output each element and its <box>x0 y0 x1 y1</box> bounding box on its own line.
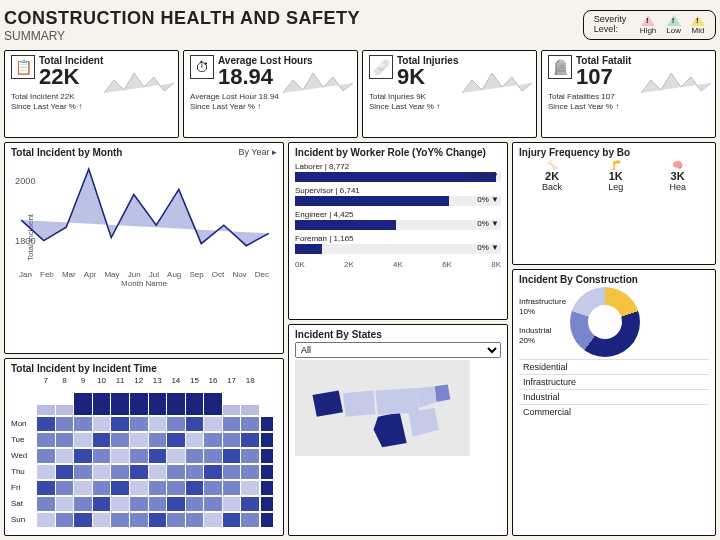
alert-icon <box>641 15 655 26</box>
severity-low: Low <box>666 15 681 35</box>
kpi-icon: 🩹 <box>369 55 393 79</box>
body-icon: 🧠 <box>672 160 683 170</box>
donut-chart <box>570 287 640 357</box>
kpi-icon: ⏱ <box>190 55 214 79</box>
kpi-icon: 📋 <box>11 55 35 79</box>
us-map[interactable] <box>295 360 470 456</box>
severity-mid: Mid <box>691 15 705 35</box>
by-year-toggle[interactable]: By Year ▸ <box>238 147 277 157</box>
kpi-card[interactable]: 📋 Total Incident 22K Total Incident 22KS… <box>4 50 179 138</box>
page-subtitle: SUMMARY <box>4 29 360 43</box>
body-part[interactable]: 🦵1KLeg <box>608 160 623 192</box>
svg-text:1800: 1800 <box>15 236 35 246</box>
body-part[interactable]: 🦴2KBack <box>542 160 562 192</box>
body-part-chart[interactable]: Injury Frequency by Bo 🦴2KBack🦵1KLeg🧠3KH… <box>512 142 716 265</box>
list-item[interactable]: Residential <box>519 359 709 374</box>
body-icon: 🦵 <box>610 160 621 170</box>
body-part[interactable]: 🧠3KHea <box>669 160 686 192</box>
sparkline <box>104 65 174 99</box>
list-item[interactable]: Infrastructure <box>519 374 709 389</box>
kpi-card[interactable]: 🪦 Total Fatalit 107 Total Fatalities 107… <box>541 50 716 138</box>
sparkline <box>462 65 532 99</box>
sparkline <box>283 65 353 99</box>
construction-type-chart[interactable]: Incident By Construction Infrastructure1… <box>512 269 716 536</box>
alert-icon <box>667 15 681 26</box>
page-title: CONSTRUCTION HEALTH AND SAFETY <box>4 8 360 29</box>
kpi-card[interactable]: ⏱ Average Lost Hours 18.94 Average Lost … <box>183 50 358 138</box>
severity-legend: Severity Level: High Low Mid <box>583 10 716 40</box>
role-bar[interactable]: Foreman | 1,165 0% ▼ <box>295 234 501 254</box>
state-filter-select[interactable]: All <box>295 342 501 358</box>
monthly-incident-chart[interactable]: Total Incident by Month By Year ▸ Total … <box>4 142 284 354</box>
severity-label: Severity Level: <box>594 15 630 35</box>
role-bar[interactable]: Engineer | 4,425 0% ▼ <box>295 210 501 230</box>
kpi-icon: 🪦 <box>548 55 572 79</box>
incident-time-heatmap[interactable]: Total Incident by Incident Time 78910111… <box>4 358 284 536</box>
body-icon: 🦴 <box>547 160 558 170</box>
list-item[interactable]: Industrial <box>519 389 709 404</box>
area-sparkline: 2000 1800 <box>11 160 277 270</box>
role-bar[interactable]: Supervisor | 6,741 0% ▼ <box>295 186 501 206</box>
alert-icon <box>691 15 705 26</box>
severity-high: High <box>640 15 656 35</box>
worker-role-chart[interactable]: Incident by Worker Role (YoY% Change) La… <box>288 142 508 320</box>
incident-states-map[interactable]: Incident By States All <box>288 324 508 536</box>
role-bar[interactable]: Laborer | 8,772 0% ▼ <box>295 162 501 182</box>
list-item[interactable]: Commercial <box>519 404 709 419</box>
kpi-card[interactable]: 🩹 Total Injuries 9K Total Injuries 9KSin… <box>362 50 537 138</box>
svg-text:2000: 2000 <box>15 176 35 186</box>
sparkline <box>641 65 711 99</box>
